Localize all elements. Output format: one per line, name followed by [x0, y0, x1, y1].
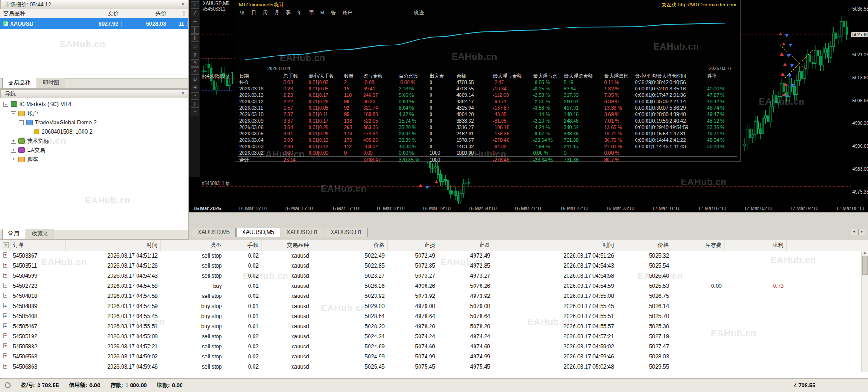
- chart-tab[interactable]: XAUUSD,H1: [281, 228, 324, 237]
- orders-col-header[interactable]: 获利: [724, 240, 786, 251]
- withdraw-label: 取款:: [157, 381, 170, 389]
- orders-col-header[interactable]: 交易品种: [261, 240, 312, 251]
- minus-expander-icon[interactable]: −: [19, 120, 24, 125]
- order-row[interactable]: 545027232026.03.17 04:54:58buy0.01xauusd…: [0, 281, 868, 291]
- symbol-row-xauusd[interactable]: XAUUSD 5027.92 5028.03 11: [0, 18, 188, 29]
- crosshair-icon[interactable]: +: [191, 1, 199, 9]
- tab-common[interactable]: 常用: [2, 229, 25, 239]
- tree-item[interactable]: +EA交易: [0, 146, 188, 155]
- equity-total: 4 708.55: [794, 382, 815, 389]
- scroll-up-icon[interactable]: ▲: [863, 251, 867, 255]
- order-row[interactable]: 545054672026.03.17 04:55:51buy stop0.01x…: [0, 321, 868, 331]
- order-row[interactable]: 545068632026.03.17 04:59:46sell stop0.02…: [0, 362, 868, 372]
- overlay-menu-item[interactable]: 日: [251, 9, 256, 16]
- overlay-menu-item[interactable]: 轨迹: [414, 9, 424, 16]
- scroll-thumb[interactable]: [862, 256, 868, 275]
- tabs-scroll-left-icon[interactable]: ◄: [851, 229, 857, 235]
- overlay-brand-link[interactable]: 复盘侠 http://MTCommander.com: [662, 1, 736, 8]
- chart-tab[interactable]: XAUUSD,H1: [325, 228, 368, 237]
- vline-icon[interactable]: │: [191, 26, 199, 34]
- col-ask[interactable]: 买价: [122, 10, 169, 17]
- close-terminal-icon[interactable]: ×: [3, 242, 9, 248]
- order-row[interactable]: 545065632026.03.17 04:59:02sell stop0.02…: [0, 352, 868, 362]
- col-symbol[interactable]: 交易品种: [0, 10, 70, 17]
- overlay-menu-item[interactable]: 季: [286, 9, 291, 16]
- profit-value: 3 708.55: [37, 382, 59, 389]
- time-axis-label: 16 Mar 15:10: [238, 206, 267, 211]
- chart-tab[interactable]: XAUUSD,M5: [192, 228, 236, 237]
- terminal-scrollbar[interactable]: ▲: [861, 251, 868, 372]
- orders-col-header[interactable]: 时间: [493, 240, 617, 251]
- zoom-out-icon[interactable]: ⊖: [191, 84, 199, 91]
- credit-value: 0.00: [89, 382, 100, 389]
- plus-expander-icon[interactable]: +: [11, 139, 16, 144]
- rect-icon[interactable]: □: [191, 43, 199, 50]
- minus-expander-icon[interactable]: −: [11, 111, 16, 116]
- tab-tick-chart[interactable]: 即时图: [37, 78, 65, 88]
- order-row[interactable]: 545054082026.03.17 04:55:45buy stop0.01x…: [0, 311, 868, 321]
- script-icon: [18, 157, 25, 162]
- list-icon[interactable]: ≡: [191, 109, 199, 116]
- order-row[interactable]: 545058822026.03.17 04:57:21sell stop0.02…: [0, 342, 868, 352]
- overlay-menu-item[interactable]: 账户: [342, 9, 352, 16]
- marker-icon[interactable]: T: [191, 101, 199, 108]
- chart-tab[interactable]: XAUUSD,M5: [236, 228, 280, 237]
- tree-item[interactable]: −TradeMaxGlobal-Demo-2: [0, 118, 188, 127]
- order-row[interactable]: 545045992026.03.17 04:54:43sell stop0.02…: [0, 271, 868, 281]
- order-row[interactable]: 545048182026.03.17 04:54:58sell stop0.02…: [0, 291, 868, 301]
- orders-col-header[interactable]: 订单: [10, 240, 65, 251]
- order-row[interactable]: 545048892026.03.17 04:54:59buy stop0.01x…: [0, 301, 868, 311]
- overlay-menu-item[interactable]: M: [320, 10, 324, 15]
- plus-expander-icon[interactable]: +: [11, 148, 16, 153]
- overlay-menu: 综日周月季年币M备账户轨迹: [235, 8, 740, 17]
- close-icon[interactable]: ×: [180, 1, 186, 8]
- order-row[interactable]: 545033672026.03.17 04:51:12sell stop0.02…: [0, 251, 868, 261]
- overlay-menu-item[interactable]: 月: [274, 9, 279, 16]
- time-axis[interactable]: 16 Mar 202616 Mar 15:1016 Mar 16:1016 Ma…: [189, 204, 868, 212]
- col-bid[interactable]: 卖价: [70, 10, 122, 17]
- time-axis-label: 16 Mar 21:10: [514, 206, 542, 211]
- minus-expander-icon[interactable]: −: [3, 102, 8, 107]
- orders-col-header[interactable]: 止盈: [438, 240, 493, 251]
- orders-col-header[interactable]: 手数: [225, 240, 261, 251]
- orders-col-header[interactable]: 价格: [617, 240, 672, 251]
- tree-item[interactable]: 2060401508: 1000-2: [0, 127, 188, 136]
- arrow-icon[interactable]: ↗: [191, 67, 199, 75]
- mtcommander-stats-panel: MTCommander统计 复盘侠 http://MTCommander.com…: [235, 0, 741, 162]
- orders-col-header[interactable]: 库存费: [672, 240, 724, 251]
- orders-col-header[interactable]: 止损: [387, 240, 438, 251]
- plus-expander-icon[interactable]: +: [11, 157, 16, 162]
- overlay-menu-item[interactable]: 年: [297, 9, 302, 16]
- orders-col-header[interactable]: 价格: [312, 240, 387, 251]
- stats-row: 2026.03.160.230.01|0.051599.412.16 %0470…: [238, 85, 737, 92]
- channel-icon[interactable]: ∥: [191, 34, 199, 42]
- tab-favorites[interactable]: 收藏夹: [26, 229, 54, 239]
- hline-icon[interactable]: ─: [191, 18, 199, 25]
- orders-col-header[interactable]: 类型: [160, 240, 225, 251]
- tab-symbols[interactable]: 交易品种: [2, 78, 36, 88]
- zoom-in-icon[interactable]: ⊕: [191, 76, 199, 83]
- fibo-icon[interactable]: φ: [191, 51, 199, 58]
- tabs-scroll-right-icon[interactable]: ►: [858, 229, 865, 235]
- trendline-icon[interactable]: ╱: [191, 10, 199, 17]
- stats-col-header: 最大浮亏金额: [492, 73, 532, 79]
- text-icon[interactable]: A: [191, 59, 199, 67]
- price-scale[interactable]: 5036.555027.925021.255013.605005.954998.…: [851, 0, 868, 204]
- tree-item[interactable]: +技术指标: [0, 136, 188, 146]
- tree-item[interactable]: −IC Markets (SC) MT4: [0, 100, 188, 109]
- tree-item[interactable]: −账户: [0, 109, 188, 118]
- market-watch-panel: 市场报价: 05:44:12 × 交易品种 卖价 买价 ! XAUUSD 502…: [0, 0, 189, 89]
- overlay-menu-item[interactable]: 备: [331, 9, 336, 16]
- chart-plot[interactable]: +╱─│∥□φA↗⊕⊖~T≡ XAUUSD,M5 #54508311 #5450…: [189, 0, 868, 204]
- overlay-menu-item[interactable]: 周: [263, 9, 268, 16]
- stats-row: 2026.03.093.370.01|0.17133522.0515.74 %0…: [238, 118, 737, 124]
- col-spread[interactable]: !: [169, 11, 188, 17]
- overlay-menu-item[interactable]: 综: [240, 9, 245, 16]
- wave-icon[interactable]: ~: [191, 92, 199, 100]
- tree-item[interactable]: +脚本: [0, 155, 188, 164]
- orders-col-header[interactable]: 时间: [65, 240, 160, 251]
- order-row[interactable]: 545051922026.03.17 04:55:08sell stop0.02…: [0, 331, 868, 342]
- order-row[interactable]: 545035112026.03.17 04:51:26sell stop0.02…: [0, 261, 868, 271]
- close-icon[interactable]: ×: [180, 90, 186, 97]
- overlay-menu-item[interactable]: 币: [309, 9, 314, 16]
